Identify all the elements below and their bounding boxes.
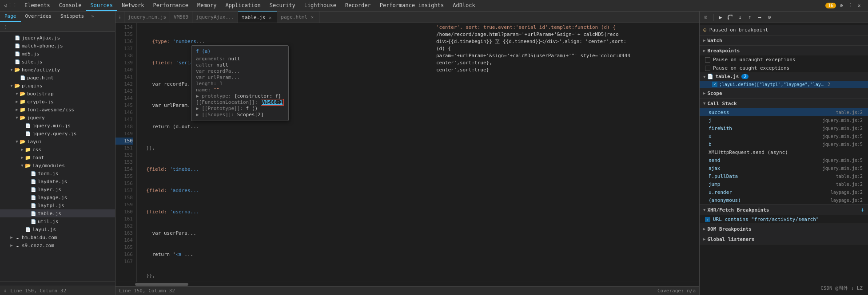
sidebar-tab-snippets[interactable]: Snippets xyxy=(56,12,88,22)
xhr-url-item[interactable]: ✓ URL contains "front/activity/search" xyxy=(700,215,868,224)
callstack-anonymous[interactable]: (anonymous) laypage.js:2 xyxy=(700,196,868,204)
step-out-button[interactable]: ↑ xyxy=(745,13,754,22)
callstack-success[interactable]: success table.js:2 xyxy=(700,108,868,116)
resume-button[interactable]: ▶ xyxy=(716,13,725,22)
callstack-firewith[interactable]: fireWith jquery.min.js:2 xyxy=(700,124,868,132)
callstack-file: jquery.min.js:5 xyxy=(823,142,863,147)
tree-item-home-activity[interactable]: ▼ 📂 home/activity xyxy=(0,66,115,74)
split-icon[interactable]: ⫶ xyxy=(115,12,124,23)
tree-item-md5[interactable]: 📄 md5.js xyxy=(0,50,115,58)
file-icon: 📄 xyxy=(30,178,36,185)
pause-caught-item[interactable]: Pause on caught exceptions xyxy=(700,64,868,72)
editor-tab-table[interactable]: table.js ✕ xyxy=(238,12,277,23)
settings-icon[interactable]: ⚙ xyxy=(838,2,845,9)
step-into-button[interactable]: ↓ xyxy=(736,13,745,22)
tree-item-layui-js[interactable]: 📄 layui.js xyxy=(0,225,115,233)
tab-application[interactable]: Application xyxy=(221,0,265,11)
editor-scrollbar-horizontal[interactable] xyxy=(115,282,699,286)
toolbar-dots-icon[interactable]: ⋮⋮ xyxy=(9,2,16,9)
editor-tab-vm569[interactable]: VM569 xyxy=(170,12,192,23)
tree-item-laytpl[interactable]: 📄 laytpl.js xyxy=(0,201,115,209)
panel-toggle-icon[interactable]: ⊠ xyxy=(701,13,710,22)
step-button[interactable]: → xyxy=(755,13,764,22)
tab-performance-insights[interactable]: Performance insights xyxy=(375,0,449,11)
tree-item-laypage[interactable]: 📄 laypage.js xyxy=(0,193,115,201)
callstack-xmlhttp[interactable]: XMLHttpRequest.send (async) xyxy=(700,148,868,156)
tab-close-icon[interactable]: ✕ xyxy=(267,14,273,20)
sidebar-scrollbar[interactable] xyxy=(0,281,115,286)
pause-uncaught-item[interactable]: Pause on uncaught exceptions xyxy=(700,55,868,64)
tab-adblock[interactable]: AdBlock xyxy=(448,0,480,11)
xhr-header[interactable]: ▼ XHR/Fetch Breakpoints + xyxy=(700,205,868,215)
tree-item-laydate[interactable]: 📄 laydate.js xyxy=(0,177,115,185)
callstack-header[interactable]: ▼ Call Stack xyxy=(700,98,868,108)
tablejs-bp-checkbox[interactable]: ✓ xyxy=(712,82,717,87)
scrollbar-thumb[interactable] xyxy=(135,283,188,286)
tree-arrow xyxy=(9,43,14,48)
tab-performance[interactable]: Performance xyxy=(149,0,193,11)
tree-item-font[interactable]: ▶ 📁 font xyxy=(0,153,115,161)
tree-item-css[interactable]: ▶ 📁 css xyxy=(0,146,115,153)
scope-header[interactable]: ▶ Scope xyxy=(700,88,868,98)
tree-item-layer[interactable]: 📄 layer.js xyxy=(0,185,115,193)
tree-item-crypto-js[interactable]: ▶ 📁 crypto-js xyxy=(0,98,115,106)
tree-item-jqueryajax[interactable]: 📄 jqueryAjax.js xyxy=(0,34,115,42)
breakpoints-header[interactable]: ▶ Breakpoints xyxy=(700,46,868,55)
tree-item-jquery-min[interactable]: 📄 jquery.min.js xyxy=(0,122,115,130)
callstack-x[interactable]: x jquery.min.js:5 xyxy=(700,132,868,140)
callstack-send[interactable]: send jquery.min.js:5 xyxy=(700,156,868,164)
tab-elements[interactable]: Elements xyxy=(20,0,55,11)
tree-item-jquery[interactable]: ▼ 📂 jquery xyxy=(0,114,115,122)
tree-item-plugins[interactable]: ▼ 📂 plugins xyxy=(0,82,115,90)
callstack-j[interactable]: j jquery.min.js:2 xyxy=(700,116,868,124)
pause-caught-checkbox[interactable] xyxy=(705,66,710,71)
tablejs-breakpoint-section[interactable]: ▼ 📄 table.js 2 xyxy=(700,72,868,81)
tree-item-util[interactable]: 📄 util.js xyxy=(0,217,115,225)
callstack-ajax[interactable]: ajax jquery.min.js:5 xyxy=(700,164,868,172)
editor-tab-page[interactable]: page.html ✕ xyxy=(277,12,319,23)
deactivate-breakpoints-button[interactable]: ⊘ xyxy=(765,13,774,22)
tree-item-layui[interactable]: ▼ 📂 layui xyxy=(0,138,115,146)
tree-item-jquery-query[interactable]: 📄 jquery.query.js xyxy=(0,130,115,138)
cloud-icon: ☁ xyxy=(14,234,20,240)
xhr-checkbox[interactable]: ✓ xyxy=(705,217,710,222)
tree-item-page-html[interactable]: 📄 page.html xyxy=(0,74,115,82)
sidebar-tab-page[interactable]: Page xyxy=(0,12,21,22)
more-icon[interactable]: ⋮ xyxy=(847,2,854,9)
callstack-jump[interactable]: jump table.js:2 xyxy=(700,180,868,188)
pause-uncaught-checkbox[interactable] xyxy=(705,57,710,63)
sidebar-more[interactable]: » xyxy=(88,12,97,22)
tab-console[interactable]: Console xyxy=(55,0,86,11)
watch-header[interactable]: ▶ Watch xyxy=(700,35,868,45)
step-over-button[interactable] xyxy=(726,13,735,22)
callstack-b[interactable]: b jquery.min.js:5 xyxy=(700,140,868,148)
vm568-link[interactable]: VM568:1 xyxy=(261,99,284,106)
tree-item-lay-modules[interactable]: ▼ 📂 lay/modules xyxy=(0,161,115,169)
global-listeners-header[interactable]: ▶ Global listeners xyxy=(700,234,868,244)
tree-label: hm.baidu.com xyxy=(22,235,57,240)
tab-lighthouse[interactable]: Lighthouse xyxy=(300,0,341,11)
close-icon[interactable]: ✕ xyxy=(856,2,863,9)
callstack-urender[interactable]: u.render laypage.js:2 xyxy=(700,188,868,196)
tree-item-table[interactable]: 📄 table.js xyxy=(0,209,115,217)
callstack-fpulldata[interactable]: F.pullData table.js:2 xyxy=(700,172,868,180)
tree-item-s9-cnzz[interactable]: ▶ ☁ s9.cnzz.com xyxy=(0,241,115,249)
tab-network[interactable]: Network xyxy=(117,0,149,11)
tree-item-font-awesome[interactable]: ▶ 📁 font-awesome/css xyxy=(0,106,115,114)
dom-bp-header[interactable]: ▶ DOM Breakpoints xyxy=(700,224,868,234)
tree-item-hm-baidu[interactable]: ▶ ☁ hm.baidu.com xyxy=(0,233,115,241)
tab-recorder[interactable]: Recorder xyxy=(341,0,375,11)
tab-close-icon[interactable]: ✕ xyxy=(309,14,315,20)
editor-tab-jquery-min[interactable]: jquery.min.js xyxy=(124,12,170,23)
tab-sources[interactable]: Sources xyxy=(86,0,117,11)
tab-memory[interactable]: Memory xyxy=(193,0,221,11)
tree-item-matchphone[interactable]: 📄 match-phone.js xyxy=(0,42,115,50)
tab-security[interactable]: Security xyxy=(265,0,300,11)
tree-item-form[interactable]: 📄 form.js xyxy=(0,169,115,177)
xhr-add-button[interactable]: + xyxy=(861,206,864,213)
tablejs-breakpoint-item[interactable]: ✓ ;layui.define(["laytpl","laypage","lay… xyxy=(700,81,868,88)
sidebar-tab-overrides[interactable]: Overrides xyxy=(21,12,56,22)
tree-item-site[interactable]: 📄 site.js xyxy=(0,58,115,66)
editor-tab-jqueryajax[interactable]: jqueryAjax... xyxy=(192,12,238,23)
tree-item-bootstrap[interactable]: ▼ 📂 bootstrap xyxy=(0,90,115,98)
